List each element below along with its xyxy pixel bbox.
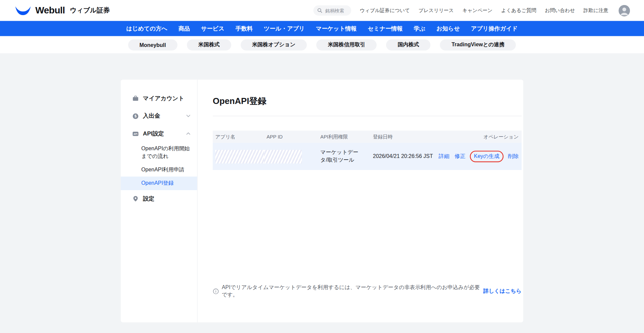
top-header: Webull ウィブル証券 ウィブル証券について プレスリリース キャンペーン … [0,0,644,21]
sidebar-label-openapi-apply: OpenAPI利用申請 [141,166,184,173]
delete-link[interactable]: 削除 [508,153,519,160]
subnav-moneybull[interactable]: Moneybull [128,39,177,50]
user-avatar[interactable] [619,5,630,16]
account-sidebar: マイアカウント $ 入出金 [121,80,198,323]
sidebar-item-openapi-register[interactable]: OpenAPI登録 [121,176,197,190]
nav-fees[interactable]: 手数料 [235,25,253,32]
nav-market-info[interactable]: マーケット情報 [316,25,357,32]
api-icon: API [132,130,139,137]
detail-link[interactable]: 詳細 [439,153,449,160]
col-header-operations: オペレーション [483,133,521,140]
redacted-app-name [215,150,268,163]
sidebar-item-api-settings[interactable]: API API設定 [121,125,197,143]
redacted-app-id [264,150,302,163]
col-header-app-name: アプリ名 [213,133,266,140]
top-link-fraud[interactable]: 詐欺に注意 [584,7,608,14]
sidebar-item-my-account[interactable]: マイアカウント [121,90,197,107]
nav-learn[interactable]: 学ぶ [414,25,425,32]
openapi-table: アプリ名 APP ID API利用権限 登録日時 オペレーション [213,130,521,170]
sidebar-item-settings[interactable]: 設定 [121,190,197,208]
person-icon [619,5,630,16]
chevron-up-icon [186,132,191,135]
webull-logo[interactable]: Webull ウィブル証券 [15,5,110,16]
sidebar-label-deposit-withdraw: 入出金 [143,112,160,120]
col-header-registered: 登録日時 [373,133,439,140]
cell-app-id [267,150,320,163]
sidebar-item-openapi-apply[interactable]: OpenAPI利用申請 [121,163,197,176]
sidebar-label-openapi-flow: OpenAPIの利用開始までの流れ [141,145,193,160]
account-card: マイアカウント $ 入出金 [121,80,523,323]
sidebar-label-api-settings: API設定 [143,130,164,137]
main-nav: はじめての方へ 商品 サービス 手数料 ツール・アプリ マーケット情報 セミナー… [0,21,644,36]
search-input[interactable] [324,8,347,13]
sidebar-item-deposit-withdraw[interactable]: $ 入出金 [121,107,197,125]
title-divider [213,116,521,116]
note-text: APIでリアルタイムマーケットデータを利用するには、マーケットデータの非表示利用… [222,284,480,298]
coin-icon: $ [132,113,139,119]
cell-permission: マーケットデータ/取引ツール [320,149,373,164]
top-link-press[interactable]: プレスリリース [419,7,454,14]
cell-operations: 詳細 修正 Keyの生成 削除 [439,152,522,161]
page: Webull ウィブル証券 ウィブル証券について プレスリリース キャンペーン … [0,0,644,333]
generate-key-link[interactable]: Keyの生成 [470,151,503,162]
nav-seminars[interactable]: セミナー情報 [368,25,402,32]
search-icon [317,8,322,13]
nav-app-guide[interactable]: アプリ操作ガイド [471,25,518,32]
brand-name: Webull [35,5,65,16]
subnav-us-options[interactable]: 米国株オプション [240,39,307,50]
sidebar-label-my-account: マイアカウント [143,95,184,102]
api-note: APIでリアルタイムマーケットデータを利用するには、マーケットデータの非表示利用… [213,284,521,298]
subnav-jp-stocks[interactable]: 国内株式 [386,39,431,50]
col-header-permission: API利用権限 [320,133,373,140]
cell-registered-at: 2026/04/21 20:26:56 JST [373,153,439,160]
table-header-row: アプリ名 APP ID API利用権限 登録日時 オペレーション [213,130,521,143]
svg-text:$: $ [135,114,137,118]
table-row: マーケットデータ/取引ツール 2026/04/21 20:26:56 JST 詳… [213,143,521,170]
subnav-us-margin[interactable]: 米国株信用取引 [316,39,377,50]
edit-link[interactable]: 修正 [455,153,466,160]
brand-subtitle: ウィブル証券 [70,6,110,15]
nav-beginners[interactable]: はじめての方へ [126,25,167,32]
briefcase-icon [132,95,139,102]
top-link-contact[interactable]: お問い合わせ [545,7,575,14]
nav-products[interactable]: 商品 [178,25,190,32]
symbol-search-box[interactable] [313,5,351,16]
cell-app-name [213,150,266,163]
top-link-campaign[interactable]: キャンペーン [463,7,493,14]
webull-crescent-icon [15,5,31,16]
nav-tools-apps[interactable]: ツール・アプリ [264,25,305,32]
sidebar-label-settings: 設定 [143,195,154,203]
chevron-down-icon [186,115,191,118]
sidebar-label-openapi-register: OpenAPI登録 [141,179,173,187]
note-detail-link[interactable]: 詳しくはこちら [483,287,522,295]
page-body: マイアカウント $ 入出金 [0,54,644,322]
settings-icon [132,196,139,202]
page-title: OpenAPI登録 [213,95,521,107]
sub-nav: Moneybull 米国株式 米国株オプション 米国株信用取引 国内株式 Tra… [0,36,644,54]
subnav-tradingview[interactable]: TradingViewとの連携 [440,39,516,50]
sidebar-item-openapi-flow[interactable]: OpenAPIの利用開始までの流れ [121,143,197,163]
openapi-register-pane: OpenAPI登録 アプリ名 APP ID API利用権限 登録日時 オペレーシ… [198,80,537,323]
col-header-app-id: APP ID [267,134,320,140]
info-icon [213,288,219,294]
top-link-about[interactable]: ウィブル証券について [360,7,410,14]
subnav-us-stocks[interactable]: 米国株式 [187,39,231,50]
top-link-faq[interactable]: よくあるご質問 [501,7,536,14]
top-link-list: ウィブル証券について プレスリリース キャンペーン よくあるご質問 お問い合わせ… [360,7,608,14]
svg-text:API: API [133,133,138,135]
nav-news[interactable]: お知らせ [436,25,460,32]
nav-services[interactable]: サービス [201,25,224,32]
